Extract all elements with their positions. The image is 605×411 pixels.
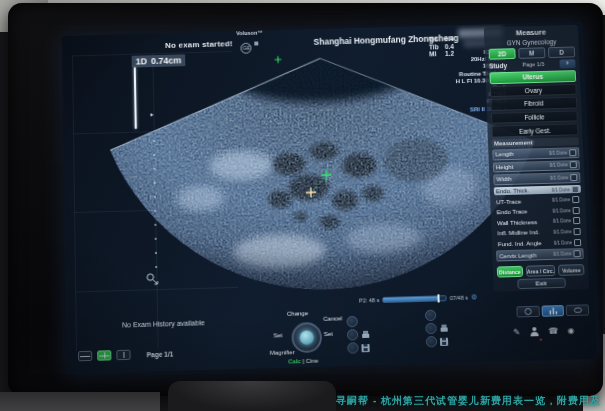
row-label: Height <box>496 163 548 170</box>
save-icon <box>440 337 448 345</box>
cine-slider-thumb[interactable] <box>437 294 439 302</box>
measurement-row-fund-ind-angle[interactable]: Fund. Ind. Angle 0/1 Done <box>496 238 584 249</box>
row-label: Wall Thickness <box>497 219 551 227</box>
cine-label: P2: 48 s <box>359 297 379 304</box>
tool-distance-button[interactable]: Distance <box>497 266 523 278</box>
measure-panel: Measure GYN Gynecology 2D M D Study Page… <box>484 25 589 292</box>
measurement-row-width[interactable]: Width 0/1 Done <box>493 172 580 185</box>
caliper-toggle-circle[interactable] <box>516 306 539 318</box>
exit-row: Exit <box>497 278 585 290</box>
probe-orientation-marker <box>274 56 281 63</box>
focus-marker-icon[interactable]: ▸ <box>150 110 153 117</box>
record-icon[interactable]: ◉ <box>567 325 574 334</box>
add-patient-plus: + <box>539 336 543 342</box>
row-status: 0/1 Done <box>549 150 567 155</box>
gear-icon[interactable]: ⚙ <box>471 293 478 301</box>
utility-icon-row: ✎ + ☎ ◉ <box>513 321 575 341</box>
mode-button-d[interactable]: D <box>548 46 575 57</box>
row-label: Width <box>496 175 548 182</box>
printer-icon <box>439 324 448 332</box>
quad-view-button[interactable] <box>97 350 111 361</box>
p6-key-button[interactable] <box>426 336 437 347</box>
row-label: Endo Trace <box>497 208 551 216</box>
study-label: Study <box>489 62 507 69</box>
row-checkbox[interactable] <box>573 207 580 214</box>
row-status: 0/1 Done <box>553 219 571 225</box>
row-checkbox[interactable] <box>573 217 580 224</box>
phone-icon[interactable]: ☎ <box>548 326 558 335</box>
caliper-toggle-ellipse[interactable] <box>566 304 589 316</box>
patient-icon[interactable]: + <box>529 322 540 341</box>
body-mark-icon <box>145 272 159 287</box>
row-checkbox[interactable] <box>573 250 580 257</box>
mode-button-2d[interactable]: 2D <box>489 48 516 59</box>
trackball-hint-right: Set <box>324 331 333 337</box>
row-label: Length <box>495 150 547 157</box>
annotate-pencil-icon[interactable]: ✎ <box>513 327 520 336</box>
row-status: 0/1 Done <box>550 175 568 180</box>
row-status: 0/1 Done <box>551 187 569 192</box>
brand-name: Voluson™ <box>236 30 263 37</box>
mode-button-m[interactable]: M <box>518 47 545 58</box>
dual-view-button[interactable] <box>116 350 130 361</box>
p2-key-button[interactable] <box>347 329 358 340</box>
p-key-indicators-right <box>425 310 449 346</box>
study-next-page-button[interactable]: › <box>559 59 575 68</box>
row-checkbox[interactable] <box>572 186 579 193</box>
measurement-row-height[interactable]: Height 0/1 Done <box>493 160 580 173</box>
measurement-value: 0.74cm <box>151 55 181 66</box>
trackball-hint-top: Change <box>287 310 308 317</box>
trackball-calc-label: Calc <box>288 358 301 364</box>
cine-slider-fill <box>383 296 438 302</box>
row-label: Infl. Midline Ind. <box>497 229 551 237</box>
printer-icon <box>361 330 370 338</box>
p5-key-button[interactable] <box>425 323 436 334</box>
measurement-row-length[interactable]: Length 0/1 Done <box>492 147 579 160</box>
row-status: 0/1 Done <box>552 208 570 214</box>
row-checkbox[interactable] <box>573 228 580 235</box>
single-view-button[interactable] <box>78 351 92 362</box>
ultrasound-screen: No exam started! Voluson™ GE Shanghai Ho… <box>62 22 597 374</box>
study-item-ovary[interactable]: Ovary <box>490 83 577 97</box>
measurement-row-ut-trace[interactable]: UT-Trace 0/1 Done <box>494 195 581 206</box>
row-checkbox[interactable] <box>574 239 581 246</box>
measurement-row-midline-ind[interactable]: Infl. Midline Ind. 0/1 Done <box>495 227 582 238</box>
study-page-indicator: Page 1/3 <box>509 61 558 68</box>
brand-mark <box>255 41 259 45</box>
layout-view-buttons <box>78 350 131 362</box>
measurement-section-header: Measurement <box>492 137 579 147</box>
p-key-indicators-left <box>347 317 371 353</box>
monitor-stand <box>168 381 336 411</box>
p4-key-button[interactable] <box>425 310 436 321</box>
row-checkbox[interactable] <box>570 161 577 168</box>
trackball-cine-label: | Cine <box>303 358 319 365</box>
study-item-follicle[interactable]: Follicle <box>491 110 578 124</box>
p3-key-button[interactable] <box>347 342 358 353</box>
row-label: Endo. Thick. <box>496 187 550 194</box>
measurement-row-endo-thick[interactable]: Endo. Thick. 0/1 Done <box>494 185 581 196</box>
measurement-row-cervix-length[interactable]: Cervix Length 0/1 Done <box>496 248 584 261</box>
study-item-fibroid[interactable]: Fibroid <box>490 97 577 111</box>
measurement-row-wall-thickness[interactable]: Wall Thickness 0/1 Done <box>495 216 582 227</box>
ellipse-caliper-icon <box>572 306 582 315</box>
trackball-hint-bottom-left: Magnifier <box>270 349 295 356</box>
measurement-row-endo-trace[interactable]: Endo Trace 0/1 Done <box>495 206 582 217</box>
mode-button-row: 2D M D <box>489 46 576 59</box>
page-indicator: Page 1/1 <box>147 350 174 358</box>
exit-button[interactable]: Exit <box>517 278 566 289</box>
trackball-hint: Change Cancel Set Set Magnifier Calc | C… <box>261 309 359 367</box>
tool-volume-button[interactable]: Volume <box>558 264 584 276</box>
p1-key-button[interactable] <box>346 316 357 327</box>
study-item-uterus[interactable]: Uterus <box>489 70 576 84</box>
tool-area-circ-button[interactable]: Area / Circ. <box>526 265 556 277</box>
study-item-early-gest[interactable]: Early Gest. <box>491 124 578 138</box>
row-checkbox[interactable] <box>572 196 579 203</box>
caliper-toggle-graph[interactable] <box>541 305 564 317</box>
row-checkbox[interactable] <box>569 149 576 156</box>
row-label: UT-Trace <box>496 197 550 204</box>
save-icon <box>361 343 369 351</box>
row-label: Cervix Length <box>499 252 551 259</box>
cine-slider[interactable] <box>382 295 447 303</box>
row-checkbox[interactable] <box>570 174 577 181</box>
measurement-index: 1D <box>136 56 148 66</box>
